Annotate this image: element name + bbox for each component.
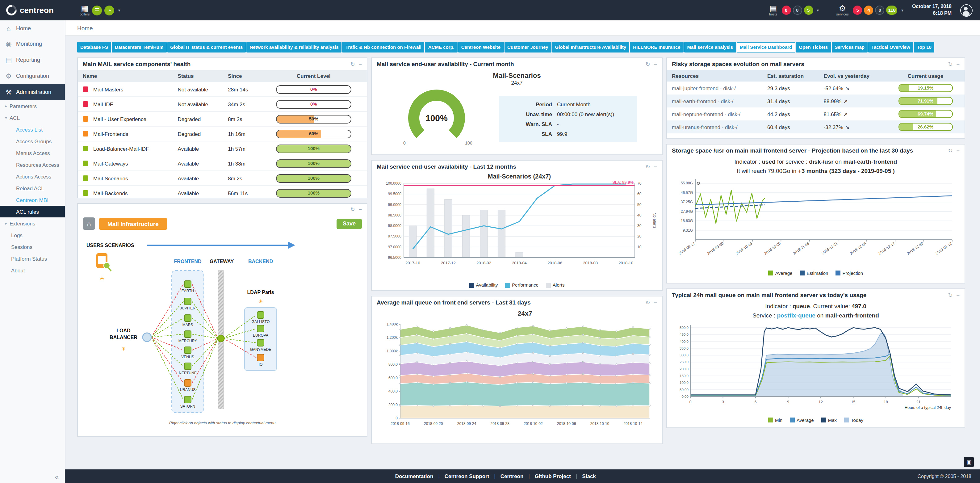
sidebar-item-access-list[interactable]: Access List <box>0 124 65 135</box>
tab-mail-service-dashboard[interactable]: Mail Service Dashboard <box>737 42 795 53</box>
status-dot-green <box>83 160 88 166</box>
chevron-down-icon[interactable]: ▾ <box>118 8 120 13</box>
sidebar-menu: ⌂Home◉Monitoring▤Reporting⚙Configuration… <box>0 21 65 276</box>
house-icon[interactable]: ⌂ <box>83 217 95 230</box>
svg-text:150.0: 150.0 <box>679 373 689 378</box>
tab-customer-journey[interactable]: Customer Journey <box>504 42 552 53</box>
collapse-icon[interactable]: − <box>654 163 657 169</box>
sidebar-item-menus-access[interactable]: Menus Access <box>0 147 65 159</box>
refresh-icon[interactable]: ↻ <box>948 292 953 298</box>
trend-down-icon: ↘ <box>845 124 850 130</box>
tab-datacenters-tem-hum[interactable]: Datacenters Tem/Hum <box>112 42 166 53</box>
sidebar-item-extensions[interactable]: ▸Extensions <box>0 217 65 229</box>
status-dot-red <box>83 86 88 92</box>
tab-top-10[interactable]: Top 10 <box>914 42 935 53</box>
refresh-icon[interactable]: ↻ <box>645 61 650 67</box>
refresh-icon[interactable]: ↻ <box>948 61 953 67</box>
monthly-legend: AvailabilityPerformanceAlerts <box>372 281 662 290</box>
svg-text:☀: ☀ <box>258 298 263 304</box>
sidebar-item-reload-acl[interactable]: Reload ACL <box>0 182 65 194</box>
poller-database-icon[interactable]: ☰ <box>92 5 102 15</box>
tree-down-arrow-icon[interactable]: ▾ <box>5 115 7 120</box>
refresh-icon[interactable]: ↻ <box>350 61 355 67</box>
service-status-badge-red[interactable]: 5 <box>853 6 862 15</box>
tab-database-fs[interactable]: Database FS <box>77 42 111 53</box>
sidebar-item-administration[interactable]: ⚒Administration <box>0 84 65 100</box>
tab-network-availability-reliability-analysis[interactable]: Network availability & reliability analy… <box>247 42 342 53</box>
tab-services-map[interactable]: Services map <box>832 42 868 53</box>
tab-centreon-website[interactable]: Centreon Website <box>458 42 504 53</box>
sidebar-item-acl[interactable]: ▾ACL <box>0 112 65 124</box>
refresh-icon[interactable]: ↻ <box>948 147 953 153</box>
chevron-down-icon[interactable]: ▾ <box>817 8 819 13</box>
breadcrumb[interactable]: Home <box>65 21 980 36</box>
sidebar-item-reporting[interactable]: ▤Reporting <box>0 52 65 68</box>
sidebar-item-logs[interactable]: Logs <box>0 229 65 241</box>
refresh-icon[interactable]: ↻ <box>645 299 650 305</box>
sidebar-item-acl-rules[interactable]: ACL rules <box>0 206 65 217</box>
svg-text:6: 6 <box>755 400 757 404</box>
host-status-badge-dark[interactable]: 0 <box>792 6 802 15</box>
collapse-icon[interactable]: − <box>956 61 959 67</box>
refresh-icon[interactable]: ↻ <box>350 206 355 212</box>
chevron-down-icon[interactable]: ▾ <box>901 8 904 13</box>
host-status-badge-red[interactable]: 0 <box>781 6 791 15</box>
tab-acme-corp[interactable]: ACME corp. <box>425 42 458 53</box>
service-status-badge-dark[interactable]: 0 <box>875 6 885 15</box>
tree-right-arrow-icon[interactable]: ▸ <box>5 221 7 226</box>
sidebar-item-access-groups[interactable]: Access Groups <box>0 135 65 147</box>
sidebar-item-platform-status[interactable]: Platform Status <box>0 253 65 265</box>
refresh-icon[interactable]: ↻ <box>645 163 650 169</box>
sidebar-item-actions-access[interactable]: Actions Access <box>0 171 65 182</box>
tab-global-it-status-current-events[interactable]: Global IT status & current events <box>167 42 246 53</box>
infrastructure-badge[interactable]: Mail Infrastructure <box>99 218 167 230</box>
tab-hillmore-insurance[interactable]: HILLMORE Insurance <box>630 42 683 53</box>
service-status-badge-green[interactable]: 118 <box>886 6 897 15</box>
sidebar-item-sessions[interactable]: Sessions <box>0 241 65 253</box>
footer-link-centreon-support[interactable]: Centreon Support <box>445 473 489 479</box>
footer-link-documentation[interactable]: Documentation <box>395 473 433 479</box>
tab-mail-service-analysis[interactable]: Mail service analysis <box>684 42 736 53</box>
service-status-badge-orange[interactable]: 4 <box>864 6 873 15</box>
sidebar-item-centreon-mbi[interactable]: Centreon MBI <box>0 194 65 206</box>
svg-text:EARTH: EARTH <box>181 289 194 293</box>
sidebar-item-about[interactable]: About <box>0 265 65 276</box>
host-status-badge-green[interactable]: 5 <box>804 6 813 15</box>
sidebar-item-parameters[interactable]: ▸Parameters <box>0 100 65 112</box>
svg-text:50: 50 <box>637 202 641 207</box>
infrastructure-diagram[interactable]: USERS SCENARIOS☀FRONTENDGATEWAYBACKENDLO… <box>78 232 363 418</box>
fullscreen-icon[interactable]: ▣ <box>964 457 974 467</box>
collapse-icon[interactable]: − <box>956 292 959 298</box>
collapse-icon[interactable]: − <box>956 147 959 153</box>
panel-availability-12-months: Mail service end-user availability - Las… <box>371 160 663 291</box>
footer-link-github-project[interactable]: Github Project <box>535 473 571 479</box>
footer-link-slack[interactable]: Slack <box>582 473 596 479</box>
hosts-icon[interactable]: ▤ <box>769 4 777 12</box>
health-row-mail-gateways: Mail-GatewaysAvailable1h 38m100% <box>78 156 367 171</box>
tab-trafic-nb-connection-on-firewall[interactable]: Trafic & Nb connection on Firewall <box>342 42 425 53</box>
collapse-icon[interactable]: − <box>358 206 362 212</box>
tab-global-infrastructure-availability[interactable]: Global Infrastructure Availability <box>552 42 630 53</box>
sidebar-item-monitoring[interactable]: ◉Monitoring <box>0 36 65 52</box>
footer-link-centreon[interactable]: Centreon <box>501 473 523 479</box>
svg-text:1.400k: 1.400k <box>387 322 398 327</box>
sidebar-item-configuration[interactable]: ⚙Configuration <box>0 68 65 84</box>
collapse-icon[interactable]: − <box>654 299 657 305</box>
services-icon[interactable]: ⚙ <box>839 4 846 12</box>
dashboard: Main MAIL service components' health ↻− … <box>65 56 980 444</box>
save-button[interactable]: Save <box>337 218 362 229</box>
centreon-logo[interactable]: centreon <box>0 5 71 16</box>
tab-open-tickets[interactable]: Open Tickets <box>795 42 831 53</box>
user-avatar[interactable] <box>960 4 973 16</box>
sidebar-item-resources-access[interactable]: Resources Access <box>0 159 65 171</box>
sidebar-collapse-button[interactable]: « <box>55 473 59 481</box>
collapse-icon[interactable]: − <box>654 61 657 67</box>
sidebar-item-home[interactable]: ⌂Home <box>0 21 65 36</box>
svg-text:2018-10-14: 2018-10-14 <box>624 422 643 426</box>
pollers-icon[interactable]: ▦ <box>81 4 89 12</box>
svg-text:200.0: 200.0 <box>388 403 398 407</box>
tree-right-arrow-icon[interactable]: ▸ <box>5 104 7 108</box>
collapse-icon[interactable]: − <box>358 61 362 67</box>
tab-tactical-overview[interactable]: Tactical Overview <box>868 42 913 53</box>
poller-latency-icon[interactable]: ◔ <box>104 5 114 15</box>
